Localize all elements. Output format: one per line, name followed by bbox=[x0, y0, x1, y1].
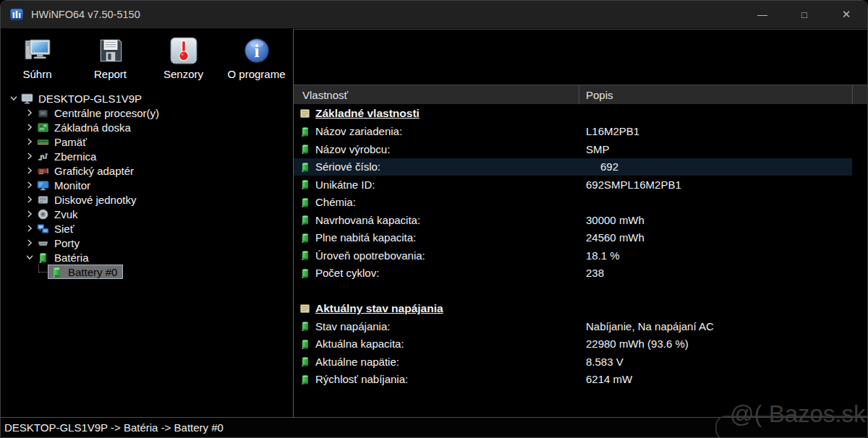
window-title: HWiNFO64 v7.50-5150 bbox=[31, 9, 140, 20]
tree-item-bus[interactable]: Zbernica bbox=[1, 149, 293, 163]
chevron-right-icon[interactable] bbox=[22, 223, 37, 234]
chevron-right-icon[interactable] bbox=[22, 136, 37, 147]
tree-item-gpu[interactable]: Grafický adaptér bbox=[1, 163, 293, 178]
monitor-icon bbox=[37, 179, 49, 192]
chevron-right-icon[interactable] bbox=[22, 165, 37, 176]
tree-item-sound[interactable]: Zvuk bbox=[1, 207, 293, 221]
property-label: Počet cyklov: bbox=[315, 267, 379, 279]
section-row[interactable]: Základné vlastnosti bbox=[294, 105, 852, 123]
battery-icon bbox=[51, 266, 63, 278]
sound-icon bbox=[37, 208, 49, 220]
summary-button-label: Súhrn bbox=[22, 68, 51, 80]
chevron-right-icon[interactable] bbox=[22, 121, 37, 133]
property-row[interactable]: Chémia: bbox=[294, 194, 852, 212]
section-row[interactable]: Aktuálny stav napájania bbox=[294, 300, 852, 318]
property-row[interactable]: Stav napájania: Nabíjanie, Na napájaní A… bbox=[294, 317, 852, 335]
tree-item-ports[interactable]: Porty bbox=[1, 236, 293, 250]
sensors-button[interactable]: Senzory bbox=[147, 32, 220, 90]
tree-item-monitor[interactable]: Monitor bbox=[1, 178, 293, 192]
list-header: Vlastnosť Popis bbox=[294, 85, 867, 104]
chevron-right-icon[interactable] bbox=[22, 194, 37, 205]
property-row[interactable]: Aktuálne napätie: 8.583 V bbox=[294, 353, 852, 371]
property-label: Rýchlosť nabíjania: bbox=[315, 373, 408, 385]
device-tree: DESKTOP-GLS1V9P Centrálne procesor(y) Zá… bbox=[1, 91, 293, 279]
property-row[interactable]: Navrhovaná kapacita: 30000 mWh bbox=[294, 211, 852, 229]
left-pane: Súhrn Report Senzory O programe bbox=[1, 29, 294, 418]
titlebar: HWiNFO64 v7.50-5150 — □ ✕ bbox=[1, 1, 867, 29]
battery-icon bbox=[299, 267, 311, 279]
tree-item-battery-0[interactable]: Battery #0 bbox=[1, 265, 293, 279]
property-row[interactable]: Názov výrobcu: SMP bbox=[294, 140, 852, 158]
battery-icon bbox=[299, 338, 311, 350]
tree-item-network[interactable]: Sieť bbox=[1, 221, 293, 236]
battery-icon bbox=[299, 179, 311, 190]
tree-item-desktop[interactable]: DESKTOP-GLS1V9P bbox=[1, 91, 293, 106]
property-row[interactable]: Unikátne ID: 692SMPL16M2PB1 bbox=[294, 176, 852, 194]
report-button[interactable]: Report bbox=[74, 32, 147, 90]
status-bar: DESKTOP-GLS1V9P -> Batéria -> Battery #0 bbox=[1, 417, 867, 437]
chevron-right-icon[interactable] bbox=[22, 179, 37, 191]
section-title: Základné vlastnosti bbox=[315, 107, 420, 120]
property-label: Chémia: bbox=[315, 196, 356, 208]
hwinfo-window: HWiNFO64 v7.50-5150 — □ ✕ Súhrn Report bbox=[0, 0, 868, 438]
property-label: Názov výrobcu: bbox=[315, 143, 390, 155]
tree-item-battery[interactable]: Batéria bbox=[1, 250, 293, 265]
tree-item-motherboard[interactable]: Základná doska bbox=[1, 120, 293, 134]
toolbar-empty-area bbox=[294, 29, 867, 85]
property-row[interactable]: Rýchlosť nabíjania: 6214 mW bbox=[294, 371, 852, 389]
close-button[interactable]: ✕ bbox=[825, 1, 867, 28]
computer-summary-icon bbox=[22, 35, 53, 66]
battery-icon bbox=[299, 126, 311, 137]
property-label: Aktuálne napätie: bbox=[315, 356, 399, 368]
disk-icon bbox=[37, 194, 49, 206]
tree-item-memory[interactable]: Pamäť bbox=[1, 134, 293, 149]
thermometer-sensors-icon bbox=[169, 35, 199, 66]
toolbar: Súhrn Report Senzory O programe bbox=[1, 29, 293, 90]
chevron-right-icon[interactable] bbox=[22, 237, 37, 249]
sensors-button-label: Senzory bbox=[163, 68, 203, 80]
chevron-right-icon[interactable] bbox=[22, 208, 37, 220]
property-row[interactable]: Plne nabitá kapacita: 24560 mWh bbox=[294, 229, 852, 247]
property-value: Nabíjanie, Na napájaní AC bbox=[586, 320, 714, 332]
about-button-label: O programe bbox=[227, 68, 285, 80]
column-divider[interactable] bbox=[852, 85, 853, 104]
battery-icon bbox=[299, 214, 311, 226]
column-header-description[interactable]: Popis bbox=[579, 85, 852, 104]
minimize-button[interactable]: — bbox=[741, 1, 783, 28]
property-value: 30000 mWh bbox=[586, 214, 644, 226]
chevron-down-icon[interactable] bbox=[22, 252, 37, 263]
chevron-down-icon[interactable] bbox=[7, 93, 21, 104]
memory-icon bbox=[37, 136, 49, 148]
chevron-right-icon[interactable] bbox=[22, 107, 37, 119]
tree-item-label: DESKTOP-GLS1V9P bbox=[38, 93, 142, 105]
bus-icon bbox=[37, 150, 49, 163]
property-label: Navrhovaná kapacita: bbox=[315, 214, 420, 226]
tree-item-disks[interactable]: Diskové jednotky bbox=[1, 192, 293, 207]
tree-item-label: Battery #0 bbox=[68, 266, 117, 278]
column-header-property[interactable]: Vlastnosť bbox=[294, 85, 579, 104]
property-label: Aktuálna kapacita: bbox=[315, 338, 404, 350]
chevron-right-icon[interactable] bbox=[22, 150, 37, 162]
battery-icon bbox=[299, 197, 311, 208]
hwinfo-app-icon bbox=[9, 7, 24, 22]
battery-icon bbox=[299, 356, 311, 367]
main-area: Súhrn Report Senzory O programe bbox=[1, 29, 867, 418]
property-row[interactable]: Počet cyklov: 238 bbox=[294, 265, 852, 283]
battery-icon bbox=[299, 320, 311, 332]
tree-item-cpu[interactable]: Centrálne procesor(y) bbox=[1, 106, 293, 120]
property-row[interactable]: Názov zariadenia: L16M2PB1 bbox=[294, 123, 852, 141]
property-label: Sériové číslo: bbox=[315, 160, 380, 173]
about-button[interactable]: O programe bbox=[220, 32, 293, 90]
ports-icon bbox=[37, 237, 49, 249]
property-row-highlighted[interactable]: Sériové číslo: 692 bbox=[294, 158, 852, 176]
selected-tree-node[interactable]: Battery #0 bbox=[48, 265, 123, 279]
tree-item-label: Batéria bbox=[54, 252, 89, 264]
cpu-icon bbox=[37, 107, 49, 119]
maximize-button[interactable]: □ bbox=[783, 1, 825, 28]
summary-button[interactable]: Súhrn bbox=[1, 32, 74, 90]
report-button-label: Report bbox=[94, 68, 127, 80]
property-row[interactable]: Aktuálna kapacita: 22980 mWh (93.6 %) bbox=[294, 335, 852, 353]
tree-item-label: Zvuk bbox=[54, 208, 78, 220]
property-row[interactable]: Úroveň opotrebovania: 18.1 % bbox=[294, 246, 852, 265]
battery-icon bbox=[299, 161, 311, 173]
